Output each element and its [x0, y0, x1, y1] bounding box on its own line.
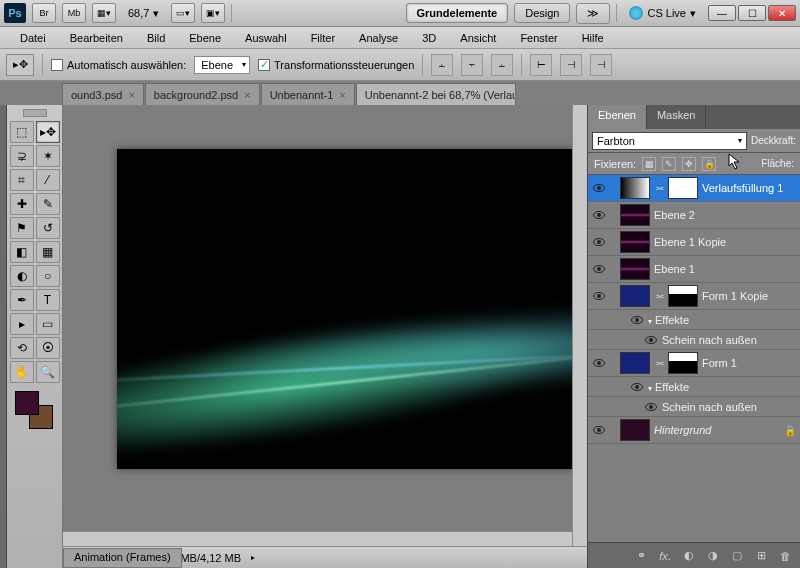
mask-thumbnail[interactable]	[668, 285, 698, 307]
new-layer-icon[interactable]: ⊞	[750, 547, 772, 565]
menu-3d[interactable]: 3D	[410, 29, 448, 47]
layer-effects-row[interactable]: ▾Effekte	[588, 377, 800, 397]
blur-tool[interactable]: ◐	[10, 265, 34, 287]
toolbox-grip[interactable]	[23, 109, 47, 117]
align-top-icon[interactable]: ⫠	[431, 54, 453, 76]
lock-pixels-icon[interactable]: ✎	[662, 157, 676, 171]
eyedropper-tool[interactable]: ⁄	[36, 169, 60, 191]
hand-tool[interactable]: ✋	[10, 361, 34, 383]
menu-analyse[interactable]: Analyse	[347, 29, 410, 47]
layer-row[interactable]: Hintergrund🔒	[588, 417, 800, 444]
layer-thumbnail[interactable]	[620, 177, 650, 199]
align-left-icon[interactable]: ⊢	[530, 54, 552, 76]
layer-thumbnail[interactable]	[620, 352, 650, 374]
align-right-icon[interactable]: ⊣	[590, 54, 612, 76]
layer-name[interactable]: Form 1 Kopie	[702, 290, 796, 302]
link-icon[interactable]: ⫘	[654, 179, 664, 197]
layer-effect-item[interactable]: Schein nach außen	[588, 330, 800, 350]
align-bottom-icon[interactable]: ⫠	[491, 54, 513, 76]
3d-camera-tool[interactable]: ⦿	[36, 337, 60, 359]
3d-tool[interactable]: ⟲	[10, 337, 34, 359]
visibility-toggle[interactable]	[644, 400, 658, 414]
tab-ebenen[interactable]: Ebenen	[588, 105, 647, 129]
lock-all-icon[interactable]: 🔒	[702, 157, 716, 171]
color-swatches[interactable]	[15, 391, 53, 429]
menu-fenster[interactable]: Fenster	[508, 29, 569, 47]
layer-name[interactable]: Ebene 2	[654, 209, 796, 221]
lock-transparent-icon[interactable]: ▦	[642, 157, 656, 171]
auto-select-checkbox[interactable]	[51, 59, 63, 71]
shape-tool[interactable]: ▭	[36, 313, 60, 335]
document-canvas[interactable]	[117, 149, 575, 469]
visibility-toggle[interactable]	[592, 262, 606, 276]
quick-select-tool[interactable]: ✶	[36, 145, 60, 167]
pen-tool[interactable]: ✒	[10, 289, 34, 311]
layer-effects-row[interactable]: ▾Effekte	[588, 310, 800, 330]
layer-group-icon[interactable]: ▢	[726, 547, 748, 565]
mask-thumbnail[interactable]	[668, 352, 698, 374]
type-tool[interactable]: T	[36, 289, 60, 311]
adjustment-layer-icon[interactable]: ◑	[702, 547, 724, 565]
link-layers-icon[interactable]: ⚭	[630, 547, 652, 565]
visibility-toggle[interactable]	[592, 235, 606, 249]
delete-layer-icon[interactable]: 🗑	[774, 547, 796, 565]
layer-name[interactable]: Hintergrund	[654, 424, 780, 436]
vertical-scrollbar[interactable]	[572, 105, 587, 546]
tab-close-icon[interactable]: ×	[244, 89, 250, 101]
stamp-tool[interactable]: ⚑	[10, 217, 34, 239]
horizontal-scrollbar[interactable]	[63, 531, 572, 546]
visibility-toggle[interactable]	[592, 208, 606, 222]
history-brush-tool[interactable]: ↺	[36, 217, 60, 239]
workspace-more[interactable]: ≫	[576, 3, 610, 24]
zoom-tool[interactable]: 🔍	[36, 361, 60, 383]
arrange-docs-button[interactable]: ▭▾	[171, 3, 195, 23]
layer-effect-item[interactable]: Schein nach außen	[588, 397, 800, 417]
document-tab[interactable]: Unbenannt-1×	[261, 83, 355, 105]
gradient-tool[interactable]: ▦	[36, 241, 60, 263]
link-icon[interactable]: ⫘	[654, 354, 664, 372]
align-vcenter-icon[interactable]: ⫟	[461, 54, 483, 76]
visibility-toggle[interactable]	[592, 356, 606, 370]
workspace-design[interactable]: Design	[514, 3, 570, 23]
layer-name[interactable]: Ebene 1	[654, 263, 796, 275]
layer-row[interactable]: Ebene 2	[588, 202, 800, 229]
workspace-grundelemente[interactable]: Grundelemente	[406, 3, 509, 23]
visibility-toggle[interactable]	[630, 313, 644, 327]
layer-name[interactable]: Form 1	[702, 357, 796, 369]
crop-tool[interactable]: ⌗	[10, 169, 34, 191]
lock-position-icon[interactable]: ✥	[682, 157, 696, 171]
eraser-tool[interactable]: ◧	[10, 241, 34, 263]
layer-row[interactable]: ⫘Verlaufsfüllung 1	[588, 175, 800, 202]
document-tab[interactable]: Unbenannt-2 bei 68,7% (Verlaufsfüllun×	[356, 83, 516, 105]
menu-hilfe[interactable]: Hilfe	[570, 29, 616, 47]
foreground-color[interactable]	[15, 391, 39, 415]
layer-row[interactable]: ⫘Form 1 Kopie	[588, 283, 800, 310]
menu-filter[interactable]: Filter	[299, 29, 347, 47]
auto-select-target-dropdown[interactable]: Ebene	[194, 56, 250, 74]
minimize-button[interactable]: —	[708, 5, 736, 21]
layer-row[interactable]: Ebene 1 Kopie	[588, 229, 800, 256]
visibility-toggle[interactable]	[592, 289, 606, 303]
layer-thumbnail[interactable]	[620, 258, 650, 280]
view-extras-button[interactable]: ▦▾	[92, 3, 116, 23]
menu-datei[interactable]: Datei	[8, 29, 58, 47]
visibility-toggle[interactable]	[592, 423, 606, 437]
minibridge-button[interactable]: Mb	[62, 3, 86, 23]
blend-mode-dropdown[interactable]: Farbton	[592, 132, 747, 150]
lasso-tool[interactable]: ⊋	[10, 145, 34, 167]
layer-thumbnail[interactable]	[620, 231, 650, 253]
menu-bearbeiten[interactable]: Bearbeiten	[58, 29, 135, 47]
visibility-toggle[interactable]	[630, 380, 644, 394]
close-button[interactable]: ✕	[768, 5, 796, 21]
layer-row[interactable]: Ebene 1	[588, 256, 800, 283]
marquee-tool[interactable]: ⬚	[10, 121, 34, 143]
maximize-button[interactable]: ☐	[738, 5, 766, 21]
dodge-tool[interactable]: ○	[36, 265, 60, 287]
layer-fx-icon[interactable]: fx.	[654, 547, 676, 565]
layer-thumbnail[interactable]	[620, 204, 650, 226]
screen-mode-button[interactable]: ▣▾	[201, 3, 225, 23]
align-hcenter-icon[interactable]: ⊣	[560, 54, 582, 76]
cs-live-button[interactable]: CS Live ▾	[623, 6, 702, 20]
current-tool-icon[interactable]: ▸✥	[6, 54, 34, 76]
mask-thumbnail[interactable]	[668, 177, 698, 199]
